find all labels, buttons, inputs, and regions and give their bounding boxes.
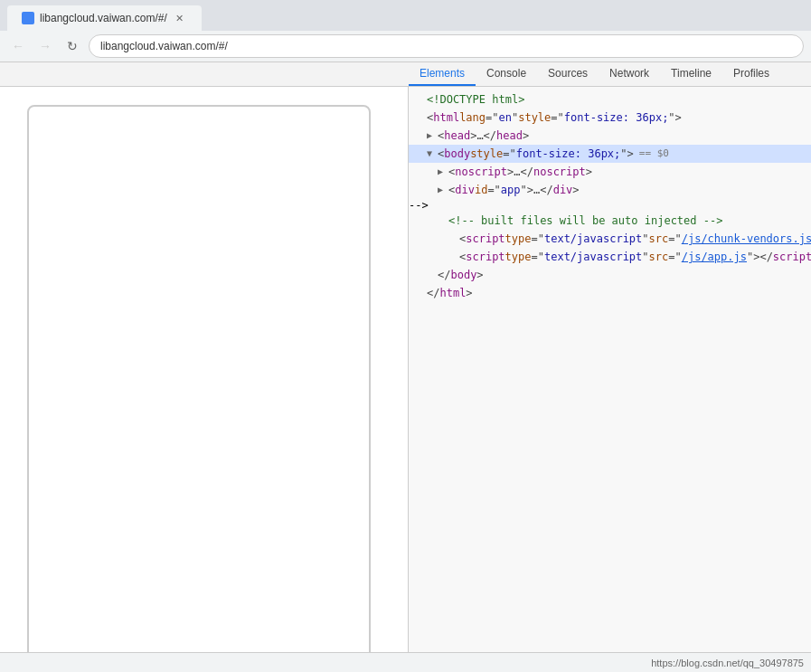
devtools-elements-panel[interactable]: <!DOCTYPE html> <html lang="en" style="f… xyxy=(409,87,811,652)
main-area: <!DOCTYPE html> <html lang="en" style="f… xyxy=(0,87,811,652)
equals-badge: == $0 xyxy=(639,146,669,162)
nav-bar: ← → ↻ xyxy=(0,31,811,62)
comment-text: <!-- built files will be auto injected -… xyxy=(448,213,722,229)
browser-viewport xyxy=(0,87,409,652)
active-tab[interactable]: libangcloud.vaiwan.com/#/ ✕ xyxy=(7,5,202,31)
html-open-bracket: < xyxy=(427,109,433,126)
doctype-text: <!DOCTYPE html> xyxy=(427,91,524,108)
back-button[interactable]: ← xyxy=(7,35,29,57)
code-line-script-app[interactable]: <script type="text/javascript" src="/js/… xyxy=(409,248,811,266)
tab-console[interactable]: Console xyxy=(476,62,537,86)
code-line-noscript[interactable]: <noscript>…</noscript> xyxy=(409,163,811,181)
triangle-div-app[interactable] xyxy=(438,182,448,198)
mobile-frame xyxy=(27,105,371,652)
code-line-script-chunk[interactable]: <script type="text/javascript" src="/js/… xyxy=(409,230,811,248)
triangle-body[interactable] xyxy=(427,146,438,162)
tab-timeline[interactable]: Timeline xyxy=(660,62,722,86)
triangle-head[interactable] xyxy=(427,128,438,144)
triangle-noscript[interactable] xyxy=(438,164,448,180)
browser-chrome: libangcloud.vaiwan.com/#/ ✕ ← → ↻ xyxy=(0,0,811,62)
code-line-doctype[interactable]: <!DOCTYPE html> xyxy=(409,90,811,109)
tab-sources[interactable]: Sources xyxy=(537,62,599,86)
forward-button[interactable]: → xyxy=(34,35,56,57)
html-tag-name: html xyxy=(433,109,459,126)
code-line-head[interactable]: <head>…</head> xyxy=(409,127,811,145)
tab-network[interactable]: Network xyxy=(599,62,660,86)
chunk-vendors-link[interactable]: /js/chunk-vendors.js xyxy=(682,231,811,247)
tab-label: libangcloud.vaiwan.com/#/ xyxy=(40,12,167,24)
code-line-body[interactable]: <body style="font-size: 36px;"> == $0 xyxy=(409,145,811,163)
code-line-div-app[interactable]: <div id="app">…</div> xyxy=(409,181,811,199)
tab-elements[interactable]: Elements xyxy=(409,62,476,86)
code-line-html-close: </html> xyxy=(409,284,811,302)
code-line-comment: <!-- built files will be auto injected -… xyxy=(409,212,811,230)
address-bar[interactable] xyxy=(89,34,804,58)
code-line-body-close: </body> xyxy=(409,266,811,284)
tab-close-button[interactable]: ✕ xyxy=(173,11,187,25)
status-bar: https://blog.csdn.net/qq_30497875 xyxy=(0,652,811,672)
tab-favicon xyxy=(22,12,34,24)
reload-button[interactable]: ↻ xyxy=(61,35,83,57)
app-js-link[interactable]: /js/app.js xyxy=(682,249,747,265)
devtools-tabs-bar: Elements Console Sources Network Timelin… xyxy=(0,62,811,87)
status-url: https://blog.csdn.net/qq_30497875 xyxy=(651,658,804,668)
tab-bar: libangcloud.vaiwan.com/#/ ✕ xyxy=(0,0,811,31)
tab-profiles[interactable]: Profiles xyxy=(722,62,780,86)
code-line-html[interactable]: <html lang="en" style="font-size: 36px;"… xyxy=(409,109,811,127)
